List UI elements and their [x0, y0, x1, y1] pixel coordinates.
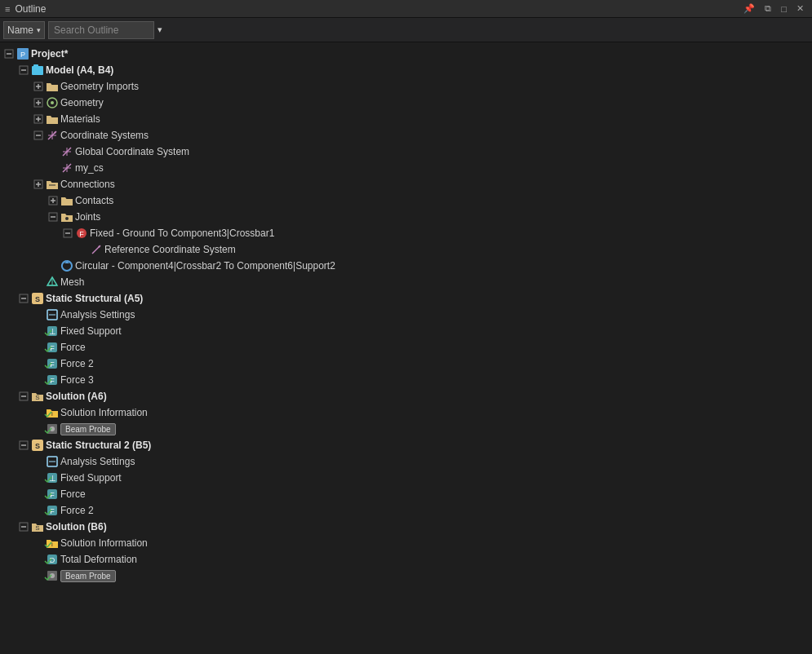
expand-button[interactable] [18, 64, 29, 76]
tree-item[interactable]: Contacts [0, 192, 812, 209]
svg-text:S: S [35, 524, 39, 532]
tree-item[interactable]: FForce 3 [0, 372, 812, 388]
filter-dropdown[interactable]: Name ▾ [3, 21, 45, 39]
icon-with-check [46, 569, 59, 582]
tree-item-label: Coordinate Systems [60, 130, 149, 141]
expand-button[interactable] [47, 211, 59, 223]
tree-item[interactable]: Joints [0, 209, 812, 225]
expand-button[interactable] [18, 521, 29, 532]
tree-item[interactable]: FForce [0, 339, 812, 356]
tree-item-label: Fixed Support [60, 472, 122, 484]
check-badge [44, 539, 53, 551]
expand-button[interactable] [33, 113, 44, 125]
svg-text:S: S [35, 442, 40, 450]
tree-item[interactable]: Reference Coordinate System [0, 241, 812, 258]
expand-button[interactable] [18, 440, 29, 451]
svg-rect-7 [33, 64, 38, 67]
tree-item[interactable]: ⊥Fixed Support [0, 470, 812, 486]
tree-item[interactable]: Global Coordinate System [0, 144, 812, 160]
expand-button[interactable] [33, 97, 44, 108]
tree-item-label: Model (A4, B4) [46, 64, 113, 76]
expand-button[interactable] [3, 48, 15, 60]
search-input[interactable] [48, 21, 154, 39]
tree-item-label: Contacts [75, 195, 113, 206]
svg-point-15 [51, 101, 54, 104]
tree-item[interactable]: iSolution Information [0, 404, 812, 421]
expand-button[interactable] [62, 228, 73, 239]
tree-item[interactable]: Analysis Settings [0, 453, 812, 470]
tree-item-label: Geometry Imports [60, 81, 139, 92]
tree-item-label: Solution Information [60, 407, 148, 418]
tree-item-label: Static Structural (A5) [46, 293, 143, 304]
tree-item[interactable]: DTotal Deformation [0, 551, 812, 568]
tree-item[interactable]: Mesh [0, 274, 812, 290]
pin-icon[interactable]: 📌 [740, 2, 758, 15]
icon-with-check: ⊥ [46, 471, 59, 484]
search-nav-icon[interactable]: ▾ [158, 24, 162, 35]
tree-item-label: Fixed - Ground To Component3|Crossbar1 [90, 228, 274, 239]
tree-item[interactable]: FForce [0, 486, 812, 502]
expand-button[interactable] [33, 179, 44, 190]
tree-item[interactable]: Geometry [0, 95, 812, 111]
tree-item[interactable]: Beam Probe [0, 421, 812, 437]
icon-with-check [46, 422, 59, 435]
tree-item[interactable]: Geometry Imports [0, 78, 812, 95]
svg-text:P: P [20, 51, 25, 59]
tree-item[interactable]: Connections [0, 176, 812, 192]
solution-icon: S [31, 390, 44, 403]
tree-item[interactable]: SStatic Structural (A5) [0, 290, 812, 307]
icon-with-check: D [46, 553, 59, 566]
beam-probe-tag: Beam Probe [60, 423, 116, 435]
coord-sys-icon [60, 145, 73, 158]
expand-button[interactable] [47, 195, 59, 206]
tree-item[interactable]: SSolution (B6) [0, 519, 812, 535]
tree-item[interactable]: Circular - Component4|Crossbar2 To Compo… [0, 258, 812, 274]
check-badge [44, 490, 53, 502]
svg-text:S: S [35, 295, 40, 303]
tree-item-label: Force 3 [60, 374, 94, 386]
close-icon[interactable]: ✕ [793, 2, 807, 15]
tree-item[interactable]: Materials [0, 111, 812, 127]
tree-item[interactable]: FForce 2 [0, 502, 812, 519]
tree-item[interactable]: Beam Probe [0, 568, 812, 584]
connections-icon [46, 178, 59, 191]
tree-item-label: Analysis Settings [60, 456, 135, 467]
tree-item[interactable]: Model (A4, B4) [0, 62, 812, 78]
expand-button[interactable] [33, 81, 44, 92]
tree-item[interactable]: Coordinate Systems [0, 127, 812, 144]
check-badge [44, 360, 53, 372]
tree-item[interactable]: SSolution (A6) [0, 388, 812, 404]
tree-item[interactable]: PProject* [0, 46, 812, 62]
toolbar: Name ▾ ▾ [0, 18, 812, 42]
tree-item-label: Force [60, 488, 86, 500]
coord-sys-icon [60, 161, 73, 175]
circular-icon [60, 259, 73, 272]
tree-item[interactable]: FFixed - Ground To Component3|Crossbar1 [0, 225, 812, 241]
tree-item[interactable]: ⊥Fixed Support [0, 323, 812, 339]
tree-item-label: Solution (A6) [46, 391, 107, 402]
check-badge [44, 343, 53, 356]
expand-button[interactable] [33, 130, 44, 141]
beam-probe-tag: Beam Probe [60, 570, 116, 582]
tree-item[interactable]: Analysis Settings [0, 307, 812, 323]
tree-item-label: Global Coordinate System [75, 146, 189, 157]
coord-icon [46, 129, 59, 142]
tree-item-label: Reference Coordinate System [104, 244, 236, 255]
check-badge [44, 572, 53, 584]
analysis-icon [46, 308, 59, 321]
tree-item[interactable]: my_cs [0, 160, 812, 176]
expand-button[interactable] [18, 293, 29, 304]
title-bar-title: Outline [15, 3, 46, 15]
tree-item[interactable]: FForce 2 [0, 356, 812, 372]
tree-item[interactable]: SStatic Structural 2 (B5) [0, 437, 812, 453]
tree-container: PProject*Model (A4, B4)Geometry ImportsG… [0, 42, 812, 654]
tree-item-label: Analysis Settings [60, 309, 135, 320]
icon-with-check: i [46, 537, 59, 550]
tree-item-label: Joints [75, 211, 100, 223]
tree-item[interactable]: iSolution Information [0, 535, 812, 551]
float-icon[interactable]: ⧉ [761, 2, 774, 15]
mesh-icon [46, 276, 59, 289]
expand-button[interactable] [18, 391, 29, 402]
maximize-icon[interactable]: □ [778, 3, 790, 15]
folder-yellow-icon [46, 80, 59, 93]
